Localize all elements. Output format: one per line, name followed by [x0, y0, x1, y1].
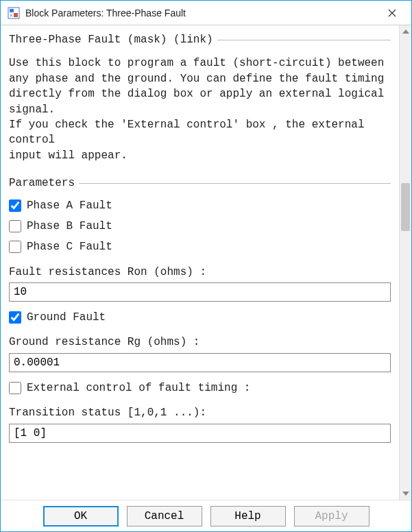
phase-b-fault-label: Phase B Fault	[27, 219, 112, 234]
titlebar: Block Parameters: Three-Phase Fault	[1, 1, 411, 25]
svg-rect-2	[14, 13, 18, 17]
body-area: Three-Phase Fault (mask) (link) Use this…	[1, 25, 411, 500]
phase-b-fault-row[interactable]: Phase B Fault	[9, 216, 391, 237]
parameters-fieldset: Parameters Phase A Fault Phase B Fault P…	[9, 176, 391, 443]
button-bar: OK Cancel Help Apply	[1, 500, 411, 531]
ground-fault-checkbox[interactable]	[9, 311, 21, 324]
scroll-up-icon[interactable]	[400, 25, 411, 38]
svg-rect-1	[10, 9, 14, 12]
mask-legend: Three-Phase Fault (mask) (link)	[9, 32, 217, 47]
mask-fieldset: Three-Phase Fault (mask) (link) Use this…	[9, 32, 391, 170]
phase-c-fault-row[interactable]: Phase C Fault	[9, 237, 391, 257]
content: Three-Phase Fault (mask) (link) Use this…	[1, 25, 399, 500]
app-icon	[8, 7, 20, 19]
fault-resistance-input[interactable]	[9, 282, 391, 302]
phase-c-fault-checkbox[interactable]	[9, 241, 21, 253]
close-button[interactable]	[380, 3, 404, 23]
mask-description: Use this block to program a fault (short…	[9, 56, 391, 163]
transition-status-input[interactable]	[9, 424, 391, 443]
scroll-down-icon[interactable]	[400, 487, 411, 500]
phase-a-fault-label: Phase A Fault	[27, 198, 112, 213]
parameters-legend: Parameters	[9, 176, 79, 191]
ground-fault-label: Ground Fault	[27, 310, 106, 325]
ground-fault-row[interactable]: Ground Fault	[9, 307, 391, 328]
ground-resistance-input[interactable]	[9, 353, 391, 372]
external-control-label: External control of fault timing :	[27, 380, 250, 396]
window-title: Block Parameters: Three-Phase Fault	[25, 8, 380, 19]
vertical-scrollbar[interactable]	[399, 25, 411, 500]
phase-a-fault-row[interactable]: Phase A Fault	[9, 195, 391, 216]
phase-a-fault-checkbox[interactable]	[9, 200, 21, 212]
phase-c-fault-label: Phase C Fault	[27, 239, 112, 254]
cancel-button[interactable]: Cancel	[127, 506, 202, 527]
dialog-window: Block Parameters: Three-Phase Fault Thre…	[0, 0, 412, 532]
ok-button[interactable]: OK	[43, 506, 119, 527]
external-control-row[interactable]: External control of fault timing :	[9, 378, 391, 398]
help-button[interactable]: Help	[210, 506, 286, 527]
phase-b-fault-checkbox[interactable]	[9, 220, 21, 232]
apply-button[interactable]: Apply	[294, 506, 369, 527]
external-control-checkbox[interactable]	[9, 382, 21, 394]
transition-status-label: Transition status [1,0,1 ...):	[9, 405, 391, 420]
fault-resistance-label: Fault resistances Ron (ohms) :	[9, 265, 391, 280]
ground-resistance-label: Ground resistance Rg (ohms) :	[9, 335, 391, 350]
scrollbar-thumb[interactable]	[401, 183, 410, 231]
